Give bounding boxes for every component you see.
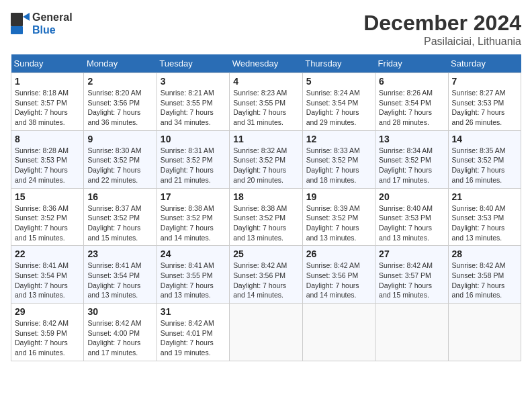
day-cell-16: 16Sunrise: 8:37 AMSunset: 3:52 PMDayligh… (84, 188, 157, 246)
daylight-text-2: and 15 minutes. (15, 233, 80, 243)
sunrise-text: Sunrise: 8:32 AM (233, 146, 298, 156)
day-info: Sunrise: 8:41 AMSunset: 3:54 PMDaylight:… (87, 261, 152, 300)
day-number: 24 (161, 248, 226, 259)
sunset-text: Sunset: 3:52 PM (87, 213, 152, 223)
sunset-text: Sunset: 3:52 PM (233, 155, 298, 165)
day-info: Sunrise: 8:42 AMSunset: 3:56 PMDaylight:… (233, 261, 298, 300)
sunrise-text: Sunrise: 8:33 AM (306, 146, 371, 156)
daylight-text-1: Daylight: 7 hours (233, 223, 298, 233)
sunrise-text: Sunrise: 8:39 AM (306, 203, 371, 214)
daylight-text-1: Daylight: 7 hours (87, 165, 152, 175)
day-number: 8 (15, 134, 80, 144)
day-cell-5: 5Sunrise: 8:24 AMSunset: 3:54 PMDaylight… (302, 73, 375, 131)
daylight-text-2: and 34 minutes. (161, 118, 226, 128)
sunrise-text: Sunrise: 8:36 AM (15, 203, 80, 214)
daylight-text-1: Daylight: 7 hours (379, 165, 444, 175)
day-number: 13 (379, 134, 444, 144)
daylight-text-1: Daylight: 7 hours (87, 107, 152, 118)
day-number: 22 (15, 248, 80, 259)
day-cell-10: 10Sunrise: 8:31 AMSunset: 3:52 PMDayligh… (157, 130, 229, 188)
sunset-text: Sunset: 3:53 PM (452, 213, 517, 223)
sunrise-text: Sunrise: 8:34 AM (379, 146, 444, 156)
day-info: Sunrise: 8:18 AMSunset: 3:57 PMDaylight:… (15, 88, 80, 128)
day-info: Sunrise: 8:24 AMSunset: 3:54 PMDaylight:… (306, 88, 371, 128)
sunrise-text: Sunrise: 8:38 AM (233, 203, 298, 214)
day-number: 28 (452, 248, 517, 259)
title-block: December 2024 Pasilaiciai, Lithuania (363, 11, 521, 48)
empty-cell (302, 304, 375, 361)
svg-rect-1 (11, 26, 23, 34)
sunrise-text: Sunrise: 8:24 AM (306, 88, 371, 98)
daylight-text-1: Daylight: 7 hours (15, 223, 80, 233)
sunrise-text: Sunrise: 8:42 AM (452, 261, 517, 271)
day-cell-11: 11Sunrise: 8:32 AMSunset: 3:52 PMDayligh… (230, 130, 302, 188)
daylight-text-2: and 22 minutes. (87, 175, 152, 185)
day-cell-9: 9Sunrise: 8:30 AMSunset: 3:52 PMDaylight… (84, 130, 157, 188)
sunrise-text: Sunrise: 8:42 AM (161, 318, 226, 328)
day-number: 5 (306, 76, 371, 87)
daylight-text-1: Daylight: 7 hours (379, 107, 444, 118)
sunset-text: Sunset: 3:57 PM (15, 98, 80, 108)
day-number: 16 (87, 191, 152, 202)
daylight-text-1: Daylight: 7 hours (452, 107, 517, 118)
day-number: 10 (161, 134, 226, 144)
day-info: Sunrise: 8:42 AMSunset: 3:56 PMDaylight:… (306, 261, 371, 300)
daylight-text-1: Daylight: 7 hours (87, 223, 152, 233)
daylight-text-1: Daylight: 7 hours (379, 223, 444, 233)
logo-svg-icon (11, 13, 30, 34)
daylight-text-2: and 18 minutes. (306, 175, 371, 185)
daylight-text-2: and 13 minutes. (15, 290, 80, 300)
calendar-week-1: 1Sunrise: 8:18 AMSunset: 3:57 PMDaylight… (11, 73, 521, 131)
calendar-body: 1Sunrise: 8:18 AMSunset: 3:57 PMDaylight… (11, 73, 521, 361)
calendar-table: SundayMondayTuesdayWednesdayThursdayFrid… (11, 54, 521, 361)
day-number: 25 (233, 248, 298, 259)
calendar-week-5: 29Sunrise: 8:42 AMSunset: 3:59 PMDayligh… (11, 304, 521, 361)
daylight-text-1: Daylight: 7 hours (161, 223, 226, 233)
day-info: Sunrise: 8:37 AMSunset: 3:52 PMDaylight:… (87, 203, 152, 243)
sunrise-text: Sunrise: 8:41 AM (87, 261, 152, 271)
day-info: Sunrise: 8:32 AMSunset: 3:52 PMDaylight:… (233, 146, 298, 185)
sunrise-text: Sunrise: 8:28 AM (15, 146, 80, 156)
daylight-text-1: Daylight: 7 hours (233, 107, 298, 118)
daylight-text-2: and 24 minutes. (15, 175, 80, 185)
month-title: December 2024 (363, 11, 521, 36)
sunrise-text: Sunrise: 8:23 AM (233, 88, 298, 98)
daylight-text-2: and 28 minutes. (379, 118, 444, 128)
daylight-text-2: and 38 minutes. (15, 118, 80, 128)
daylight-text-2: and 13 minutes. (306, 233, 371, 243)
day-cell-4: 4Sunrise: 8:23 AMSunset: 3:55 PMDaylight… (230, 73, 302, 131)
day-cell-14: 14Sunrise: 8:35 AMSunset: 3:52 PMDayligh… (448, 130, 521, 188)
day-number: 15 (15, 191, 80, 202)
weekday-monday: Monday (84, 54, 157, 73)
day-cell-12: 12Sunrise: 8:33 AMSunset: 3:52 PMDayligh… (302, 130, 375, 188)
sunrise-text: Sunrise: 8:21 AM (161, 88, 226, 98)
sunrise-text: Sunrise: 8:20 AM (87, 88, 152, 98)
empty-cell (230, 304, 302, 361)
day-number: 17 (161, 191, 226, 202)
day-number: 27 (379, 248, 444, 259)
sunset-text: Sunset: 3:56 PM (87, 98, 152, 108)
day-info: Sunrise: 8:21 AMSunset: 3:55 PMDaylight:… (161, 88, 226, 128)
day-cell-30: 30Sunrise: 8:42 AMSunset: 4:00 PMDayligh… (84, 304, 157, 361)
daylight-text-2: and 16 minutes. (15, 348, 80, 358)
daylight-text-2: and 13 minutes. (161, 290, 226, 300)
sunrise-text: Sunrise: 8:27 AM (452, 88, 517, 98)
day-number: 1 (15, 76, 80, 87)
day-number: 19 (306, 191, 371, 202)
sunrise-text: Sunrise: 8:18 AM (15, 88, 80, 98)
day-number: 21 (452, 191, 517, 202)
daylight-text-2: and 29 minutes. (306, 118, 371, 128)
weekday-tuesday: Tuesday (157, 54, 229, 73)
sunrise-text: Sunrise: 8:42 AM (379, 261, 444, 271)
day-number: 4 (233, 76, 298, 87)
sunset-text: Sunset: 3:52 PM (306, 155, 371, 165)
daylight-text-1: Daylight: 7 hours (15, 107, 80, 118)
day-cell-13: 13Sunrise: 8:34 AMSunset: 3:52 PMDayligh… (375, 130, 448, 188)
sunset-text: Sunset: 3:53 PM (379, 213, 444, 223)
day-cell-25: 25Sunrise: 8:42 AMSunset: 3:56 PMDayligh… (230, 246, 302, 304)
day-info: Sunrise: 8:39 AMSunset: 3:52 PMDaylight:… (306, 203, 371, 243)
sunset-text: Sunset: 3:52 PM (161, 155, 226, 165)
day-info: Sunrise: 8:42 AMSunset: 3:58 PMDaylight:… (452, 261, 517, 300)
daylight-text-1: Daylight: 7 hours (306, 223, 371, 233)
day-cell-29: 29Sunrise: 8:42 AMSunset: 3:59 PMDayligh… (11, 304, 84, 361)
